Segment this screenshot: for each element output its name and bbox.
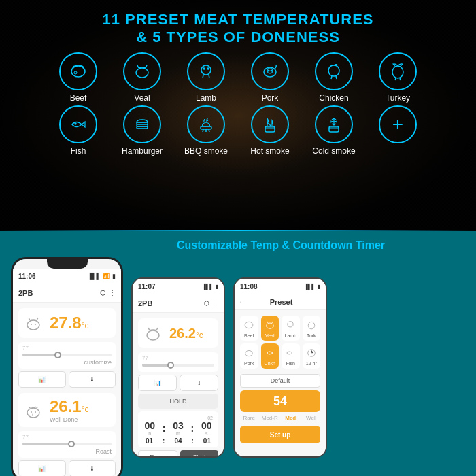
phone-2: 11:07 ▐▌▌ ▮ 2PB ⬡ ⋮ <box>131 277 225 458</box>
wifi-icon: 📶 <box>103 273 110 279</box>
meat-item-veal[interactable]: Veal <box>112 52 173 103</box>
svg-point-11 <box>75 123 76 124</box>
toggle-icon-2[interactable]: ⬡ <box>204 300 209 307</box>
custom-label <box>396 146 398 156</box>
signal-icon: ▐▌▌ <box>88 273 101 279</box>
hamburger-label: Hamburger <box>122 146 163 156</box>
preset-time[interactable]: 12 hr <box>303 343 321 369</box>
timer-h: 00 <box>144 420 155 431</box>
svg-point-27 <box>266 323 273 328</box>
svg-point-23 <box>35 411 36 413</box>
phone-1-status-bar: 11:06 ▐▌▌ 📶 ▮ <box>13 269 121 284</box>
setup-button[interactable]: Set up <box>240 426 320 443</box>
probe-2-slider[interactable]: 77 Roast <box>18 431 116 458</box>
well-done-option[interactable]: Well <box>303 415 321 421</box>
probe-2-unit: °c <box>82 405 89 414</box>
meat-item-cold-smoke[interactable]: Cold smoke <box>303 105 364 156</box>
svg-point-29 <box>308 322 314 329</box>
reset-button[interactable]: Reset <box>138 450 177 456</box>
bottom-section: Customizable Temp & Countdown Timer 11:0… <box>0 231 476 476</box>
svg-point-2 <box>136 68 148 78</box>
temp-btn-2[interactable]: 🌡 <box>69 460 116 476</box>
medium-option[interactable]: Med <box>282 415 300 421</box>
phone2-temp-btn[interactable]: 🌡 <box>180 375 218 391</box>
battery-icon-3: ▮ <box>318 284 320 290</box>
svg-point-22 <box>31 411 32 413</box>
menu-icon-2[interactable]: ⋮ <box>212 300 218 307</box>
default-button[interactable]: Default <box>240 374 320 388</box>
phone2-probe-1-row: 26.2 °c <box>138 318 218 348</box>
rare-option[interactable]: Rare <box>240 415 258 421</box>
phone-1-status-icons: ▐▌▌ 📶 ▮ <box>88 273 116 279</box>
title-area: 11 PRESET MEAT TEMPERATURES & 5 TYPES OF… <box>0 0 476 47</box>
probe-1-unit: °c <box>82 321 89 330</box>
preset-pork[interactable]: Pork <box>240 343 258 369</box>
hold-button[interactable]: HOLD <box>138 394 218 409</box>
cow-icon-1 <box>22 312 44 334</box>
svg-point-28 <box>288 322 293 327</box>
slider-1-label: customize <box>22 359 112 366</box>
fish-label: Fish <box>71 146 86 156</box>
meat-item-custom[interactable]: + <box>367 105 428 156</box>
lamb-label: Lamb <box>196 93 216 103</box>
graph-btn-2[interactable]: 📊 <box>18 460 66 476</box>
meat-item-hamburger[interactable]: Hamburger <box>112 105 173 156</box>
probe-2-temp: 26.1 <box>50 397 82 416</box>
section-divider <box>0 230 476 231</box>
phone2-buttons: 📊 🌡 <box>138 375 218 391</box>
svg-point-3 <box>201 65 211 75</box>
phone2-cow-icon <box>142 322 164 344</box>
toggle-icon[interactable]: ⬡ <box>100 289 106 296</box>
preset-turkey[interactable]: Turk <box>303 316 321 341</box>
temp-btn[interactable]: 🌡 <box>69 371 116 388</box>
meat-item-pork[interactable]: Pork <box>239 52 301 103</box>
veal-label: Veal <box>134 93 150 103</box>
phone-3-content: Beef Veal Lamb Turk <box>235 310 326 456</box>
slider-2-val: 77 <box>22 434 112 440</box>
phone-2-content: 26.2 °c 77 📊 🌡 HOLD 02 00h <box>133 313 224 456</box>
svg-point-9 <box>271 70 272 71</box>
preset-lamb[interactable]: Lamb <box>282 316 300 341</box>
phone-2-time: 11:07 <box>138 283 156 290</box>
meat-item-lamb[interactable]: Lamb <box>175 52 237 103</box>
start-button[interactable]: Start <box>180 450 218 456</box>
svg-point-26 <box>245 322 253 328</box>
hot-smoke-label: Hot smoke <box>250 146 289 156</box>
phone-3: 11:08 ▐▌▌ ▮ ‹ Preset Beef <box>233 277 327 458</box>
phone2-graph-btn[interactable]: 📊 <box>138 375 177 391</box>
meat-item-chicken[interactable]: Chicken <box>303 52 364 103</box>
timer-s2: 01 <box>203 437 211 445</box>
top-section: 11 PRESET MEAT TEMPERATURES & 5 TYPES OF… <box>0 0 476 231</box>
signal-icon-2: ▐▌▌ <box>202 284 214 290</box>
graph-btn[interactable]: 📊 <box>18 371 66 388</box>
meat-item-fish[interactable]: Fish <box>48 105 109 156</box>
phone2-slider[interactable]: 77 <box>138 352 218 372</box>
preset-fish[interactable]: Fish <box>282 343 300 369</box>
svg-rect-16 <box>265 126 275 132</box>
bbq-smoke-label: BBQ smoke <box>184 146 228 156</box>
phone-1-time: 11:06 <box>18 273 36 280</box>
preset-veal[interactable]: Veal <box>261 316 279 341</box>
probe-1-temp: 27.8 <box>50 313 82 333</box>
svg-point-24 <box>147 330 159 340</box>
meat-item-hot-smoke[interactable]: Hot smoke <box>239 105 301 156</box>
timer-sep2: : <box>191 423 194 434</box>
meat-item-turkey[interactable]: Turkey <box>367 52 428 103</box>
menu-icon[interactable]: ⋮ <box>109 289 116 296</box>
preset-chicken[interactable]: Chkn <box>261 343 279 369</box>
phone-1-content: 27.8 °c 77 customize 📊 🌡 <box>13 303 121 476</box>
timer-action-buttons: Reset Start <box>138 450 218 456</box>
timer-m: 03 <box>173 420 184 431</box>
probe-1-slider[interactable]: 77 customize <box>18 342 116 369</box>
phone-1: 11:06 ▐▌▌ 📶 ▮ 2PB ⬡ ⋮ <box>11 257 123 476</box>
battery-icon-2: ▮ <box>216 284 218 290</box>
phone2-temp-unit: °c <box>196 330 203 340</box>
medium-rare-option[interactable]: Med-R <box>261 415 279 421</box>
preset-beef[interactable]: Beef <box>240 316 258 341</box>
meat-row-1: Beef Veal Lamb Pork <box>48 52 428 103</box>
probe-1-buttons: 📊 🌡 <box>18 371 116 388</box>
meat-item-bbq-smoke[interactable]: BBQ smoke <box>175 105 237 156</box>
preset-grid: Beef Veal Lamb Turk <box>237 313 323 371</box>
meat-item-beef[interactable]: Beef <box>48 52 109 103</box>
svg-point-18 <box>27 320 39 330</box>
